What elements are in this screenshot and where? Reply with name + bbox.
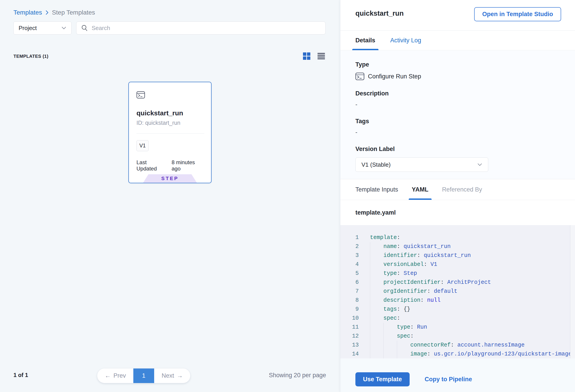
- version-select-value: V1 (Stable): [361, 161, 477, 168]
- prev-page-button[interactable]: ← Prev: [97, 369, 133, 383]
- tab-referenced-by[interactable]: Referenced By: [442, 179, 482, 200]
- yaml-line: 9tags: {}: [340, 305, 575, 314]
- terminal-run-step-icon: [355, 72, 364, 80]
- yaml-line: 1template:: [340, 233, 575, 242]
- chevron-down-icon: [477, 163, 482, 166]
- yaml-code-lines: 1template:2name: quickstart_run3identifi…: [340, 233, 575, 358]
- yaml-line: 14image: us.gcr.io/playground-123/quicks…: [340, 350, 575, 358]
- details-tabbar: Details Activity Log: [340, 31, 575, 50]
- yaml-line: 11type: Run: [340, 323, 575, 332]
- pagination: ← Prev 1 Next →: [97, 369, 190, 383]
- template-details-panel: quickstart_run Open in Template Studio D…: [340, 0, 575, 392]
- chevron-down-icon: [61, 26, 66, 30]
- chevron-right-icon: [45, 10, 49, 15]
- template-card[interactable]: quickstart_run ID: quickstart_run V1 Las…: [128, 82, 212, 183]
- step-type-ribbon: STEP: [143, 174, 197, 183]
- template-card-title: quickstart_run: [137, 109, 203, 117]
- type-value-row: Configure Run Step: [355, 72, 575, 80]
- type-label: Type: [355, 61, 575, 68]
- search-icon: [81, 24, 88, 32]
- card-divider: [137, 133, 204, 134]
- list-view-icon[interactable]: [317, 52, 325, 60]
- search-field[interactable]: Search: [76, 22, 326, 34]
- type-value: Configure Run Step: [368, 73, 421, 80]
- description-label: Description: [355, 90, 575, 97]
- yaml-line: 7orgIdentifier: default: [340, 287, 575, 296]
- yaml-line: 2name: quickstart_run: [340, 242, 575, 251]
- grid-view-icon[interactable]: [303, 52, 310, 60]
- terminal-run-step-icon: [137, 91, 145, 99]
- breadcrumb-templates-link[interactable]: Templates: [13, 9, 42, 16]
- yaml-editor[interactable]: 1template:2name: quickstart_run3identifi…: [340, 225, 575, 358]
- tab-yaml[interactable]: YAML: [412, 179, 429, 200]
- view-toggle: [303, 52, 325, 60]
- per-page-label: Showing 20 per page: [269, 372, 326, 379]
- details-footer: Use Template Copy to Pipeline: [340, 358, 575, 392]
- yaml-file-name: template.yaml: [355, 209, 396, 216]
- copy-to-pipeline-link[interactable]: Copy to Pipeline: [425, 372, 472, 386]
- version-select[interactable]: V1 (Stable): [355, 158, 488, 172]
- yaml-line: 12spec:: [340, 332, 575, 341]
- breadcrumb: Templates Step Templates: [13, 9, 95, 16]
- yaml-line: 4versionLabel: V1: [340, 260, 575, 269]
- tab-template-inputs[interactable]: Template Inputs: [355, 179, 398, 200]
- yaml-line: 10spec:: [340, 314, 575, 323]
- yaml-line: 8description: null: [340, 296, 575, 305]
- tags-label: Tags: [355, 118, 575, 125]
- editor-scrollbar[interactable]: [570, 225, 575, 358]
- version-badge: V1: [137, 140, 148, 151]
- yaml-line: 3identifier: quickstart_run: [340, 251, 575, 260]
- search-placeholder: Search: [92, 25, 110, 32]
- description-value: -: [355, 101, 575, 108]
- scope-selector-value: Project: [19, 25, 61, 32]
- scope-selector[interactable]: Project: [13, 22, 72, 34]
- templates-list-panel: Templates Step Templates Project Search …: [0, 0, 340, 392]
- arrow-left-icon: ←: [105, 372, 111, 379]
- templates-page: Templates Step Templates Project Search …: [0, 0, 575, 392]
- tab-details[interactable]: Details: [355, 31, 375, 50]
- last-updated-row: Last Updated 8 minutes ago: [137, 159, 203, 172]
- page-count: 1 of 1: [13, 372, 28, 378]
- breadcrumb-current: Step Templates: [52, 9, 95, 16]
- use-template-button[interactable]: Use Template: [355, 372, 410, 386]
- next-page-button[interactable]: Next →: [154, 369, 190, 383]
- last-updated-value: 8 minutes ago: [172, 159, 203, 172]
- yaml-tabbar: Template Inputs YAML Referenced By: [340, 179, 575, 200]
- details-body: Type Configure Run Step Description - Ta…: [340, 50, 575, 179]
- current-page-button[interactable]: 1: [133, 369, 154, 383]
- yaml-line: 5type: Step: [340, 269, 575, 278]
- yaml-line: 6projectIdentifier: ArchitProject: [340, 278, 575, 287]
- last-updated-label: Last Updated: [137, 159, 167, 172]
- tags-value: -: [355, 129, 575, 136]
- yaml-line: 13connectorRef: account.harnessImage: [340, 341, 575, 350]
- templates-count-label: TEMPLATES (1): [13, 54, 48, 59]
- arrow-right-icon: →: [177, 372, 183, 379]
- details-header: quickstart_run Open in Template Studio: [340, 0, 575, 31]
- tab-activity-log[interactable]: Activity Log: [390, 31, 421, 50]
- yaml-file-header: template.yaml: [340, 200, 575, 225]
- template-card-id: ID: quickstart_run: [137, 120, 203, 126]
- details-title: quickstart_run: [355, 9, 404, 18]
- version-label: Version Label: [355, 146, 575, 153]
- open-template-studio-button[interactable]: Open in Template Studio: [474, 7, 561, 21]
